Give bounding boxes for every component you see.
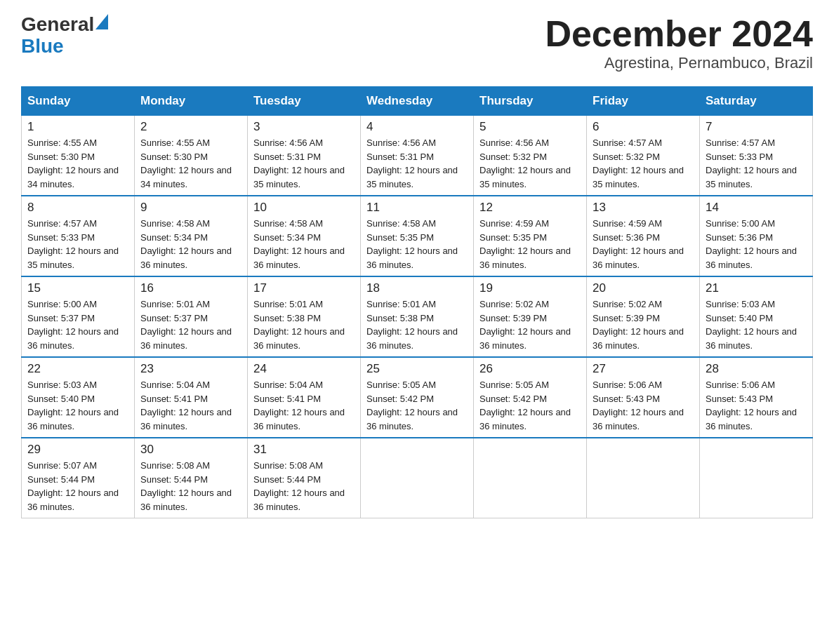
- day-number: 13: [593, 201, 694, 215]
- day-number: 4: [366, 120, 468, 134]
- page-header: General Blue December 2024 Agrestina, Pe…: [21, 14, 813, 72]
- weekday-header-saturday: Saturday: [700, 87, 813, 116]
- day-number: 10: [253, 201, 355, 215]
- weekday-header-sunday: Sunday: [22, 87, 135, 116]
- calendar-day-cell: 10 Sunrise: 4:58 AM Sunset: 5:34 PM Dayl…: [248, 196, 361, 276]
- day-number: 1: [27, 120, 128, 134]
- calendar-day-cell: 9 Sunrise: 4:58 AM Sunset: 5:34 PM Dayli…: [135, 196, 248, 276]
- month-title: December 2024: [545, 14, 813, 54]
- day-number: 21: [706, 281, 807, 295]
- calendar-day-cell: 26 Sunrise: 5:05 AM Sunset: 5:42 PM Dayl…: [474, 357, 587, 438]
- day-number: 20: [593, 281, 694, 295]
- day-number: 6: [593, 120, 694, 134]
- calendar-day-cell: 15 Sunrise: 5:00 AM Sunset: 5:37 PM Dayl…: [22, 276, 135, 357]
- day-info: Sunrise: 4:56 AM Sunset: 5:31 PM Dayligh…: [366, 136, 468, 191]
- calendar-day-cell: 30 Sunrise: 5:08 AM Sunset: 5:44 PM Dayl…: [135, 438, 248, 518]
- calendar-day-cell: 1 Sunrise: 4:55 AM Sunset: 5:30 PM Dayli…: [22, 116, 135, 196]
- day-info: Sunrise: 5:06 AM Sunset: 5:43 PM Dayligh…: [706, 378, 807, 433]
- day-info: Sunrise: 4:58 AM Sunset: 5:35 PM Dayligh…: [366, 217, 468, 271]
- calendar-week-row: 29 Sunrise: 5:07 AM Sunset: 5:44 PM Dayl…: [22, 438, 813, 518]
- calendar-day-cell: 21 Sunrise: 5:03 AM Sunset: 5:40 PM Dayl…: [700, 276, 813, 357]
- calendar-day-cell: 20 Sunrise: 5:02 AM Sunset: 5:39 PM Dayl…: [587, 276, 700, 357]
- calendar-day-cell: 28 Sunrise: 5:06 AM Sunset: 5:43 PM Dayl…: [700, 357, 813, 438]
- day-info: Sunrise: 5:01 AM Sunset: 5:37 PM Dayligh…: [140, 297, 241, 352]
- calendar-day-cell: 8 Sunrise: 4:57 AM Sunset: 5:33 PM Dayli…: [22, 196, 135, 276]
- day-info: Sunrise: 5:00 AM Sunset: 5:36 PM Dayligh…: [706, 217, 807, 271]
- day-info: Sunrise: 4:55 AM Sunset: 5:30 PM Dayligh…: [140, 136, 241, 191]
- calendar-week-row: 1 Sunrise: 4:55 AM Sunset: 5:30 PM Dayli…: [22, 116, 813, 196]
- logo-general-text: General: [21, 14, 94, 36]
- calendar-day-cell: [587, 438, 700, 518]
- day-number: 22: [27, 362, 128, 376]
- calendar-day-cell: 31 Sunrise: 5:08 AM Sunset: 5:44 PM Dayl…: [248, 438, 361, 518]
- day-number: 17: [253, 281, 355, 295]
- day-info: Sunrise: 5:01 AM Sunset: 5:38 PM Dayligh…: [253, 297, 355, 352]
- day-info: Sunrise: 5:08 AM Sunset: 5:44 PM Dayligh…: [253, 459, 355, 514]
- day-number: 25: [366, 362, 468, 376]
- day-info: Sunrise: 5:05 AM Sunset: 5:42 PM Dayligh…: [366, 378, 468, 433]
- day-info: Sunrise: 4:55 AM Sunset: 5:30 PM Dayligh…: [27, 136, 128, 191]
- calendar-table: SundayMondayTuesdayWednesdayThursdayFrid…: [21, 86, 813, 518]
- day-info: Sunrise: 5:03 AM Sunset: 5:40 PM Dayligh…: [27, 378, 128, 433]
- calendar-day-cell: 27 Sunrise: 5:06 AM Sunset: 5:43 PM Dayl…: [587, 357, 700, 438]
- logo-triangle-icon: [95, 14, 108, 29]
- day-number: 19: [479, 281, 581, 295]
- calendar-day-cell: 25 Sunrise: 5:05 AM Sunset: 5:42 PM Dayl…: [361, 357, 474, 438]
- day-info: Sunrise: 4:57 AM Sunset: 5:32 PM Dayligh…: [593, 136, 694, 191]
- weekday-header-monday: Monday: [135, 87, 248, 116]
- day-info: Sunrise: 4:58 AM Sunset: 5:34 PM Dayligh…: [253, 217, 355, 271]
- day-number: 5: [479, 120, 581, 134]
- weekday-header-tuesday: Tuesday: [248, 87, 361, 116]
- calendar-day-cell: 3 Sunrise: 4:56 AM Sunset: 5:31 PM Dayli…: [248, 116, 361, 196]
- calendar-day-cell: [474, 438, 587, 518]
- day-info: Sunrise: 4:56 AM Sunset: 5:32 PM Dayligh…: [479, 136, 581, 191]
- weekday-header-thursday: Thursday: [474, 87, 587, 116]
- day-info: Sunrise: 5:07 AM Sunset: 5:44 PM Dayligh…: [27, 459, 128, 514]
- calendar-day-cell: [361, 438, 474, 518]
- calendar-day-cell: 16 Sunrise: 5:01 AM Sunset: 5:37 PM Dayl…: [135, 276, 248, 357]
- day-info: Sunrise: 5:05 AM Sunset: 5:42 PM Dayligh…: [479, 378, 581, 433]
- day-info: Sunrise: 5:01 AM Sunset: 5:38 PM Dayligh…: [366, 297, 468, 352]
- calendar-day-cell: 4 Sunrise: 4:56 AM Sunset: 5:31 PM Dayli…: [361, 116, 474, 196]
- day-info: Sunrise: 5:08 AM Sunset: 5:44 PM Dayligh…: [140, 459, 241, 514]
- calendar-day-cell: 6 Sunrise: 4:57 AM Sunset: 5:32 PM Dayli…: [587, 116, 700, 196]
- day-number: 23: [140, 362, 241, 376]
- day-number: 31: [253, 443, 355, 457]
- calendar-day-cell: 19 Sunrise: 5:02 AM Sunset: 5:39 PM Dayl…: [474, 276, 587, 357]
- day-info: Sunrise: 5:02 AM Sunset: 5:39 PM Dayligh…: [593, 297, 694, 352]
- day-number: 14: [706, 201, 807, 215]
- calendar-day-cell: 5 Sunrise: 4:56 AM Sunset: 5:32 PM Dayli…: [474, 116, 587, 196]
- calendar-day-cell: 2 Sunrise: 4:55 AM Sunset: 5:30 PM Dayli…: [135, 116, 248, 196]
- day-number: 18: [366, 281, 468, 295]
- location-title: Agrestina, Pernambuco, Brazil: [545, 54, 813, 72]
- day-info: Sunrise: 5:00 AM Sunset: 5:37 PM Dayligh…: [27, 297, 128, 352]
- day-number: 8: [27, 201, 128, 215]
- day-number: 26: [479, 362, 581, 376]
- calendar-day-cell: 23 Sunrise: 5:04 AM Sunset: 5:41 PM Dayl…: [135, 357, 248, 438]
- day-number: 3: [253, 120, 355, 134]
- day-info: Sunrise: 4:59 AM Sunset: 5:35 PM Dayligh…: [479, 217, 581, 271]
- day-number: 2: [140, 120, 241, 134]
- calendar-day-cell: 12 Sunrise: 4:59 AM Sunset: 5:35 PM Dayl…: [474, 196, 587, 276]
- day-info: Sunrise: 4:58 AM Sunset: 5:34 PM Dayligh…: [140, 217, 241, 271]
- calendar-day-cell: 17 Sunrise: 5:01 AM Sunset: 5:38 PM Dayl…: [248, 276, 361, 357]
- day-number: 16: [140, 281, 241, 295]
- calendar-day-cell: 29 Sunrise: 5:07 AM Sunset: 5:44 PM Dayl…: [22, 438, 135, 518]
- calendar-day-cell: 13 Sunrise: 4:59 AM Sunset: 5:36 PM Dayl…: [587, 196, 700, 276]
- calendar-week-row: 15 Sunrise: 5:00 AM Sunset: 5:37 PM Dayl…: [22, 276, 813, 357]
- logo: General Blue: [21, 14, 108, 58]
- weekday-header-row: SundayMondayTuesdayWednesdayThursdayFrid…: [22, 87, 813, 116]
- title-block: December 2024 Agrestina, Pernambuco, Bra…: [545, 14, 813, 72]
- calendar-day-cell: 22 Sunrise: 5:03 AM Sunset: 5:40 PM Dayl…: [22, 357, 135, 438]
- day-number: 12: [479, 201, 581, 215]
- weekday-header-wednesday: Wednesday: [361, 87, 474, 116]
- day-number: 9: [140, 201, 241, 215]
- weekday-header-friday: Friday: [587, 87, 700, 116]
- day-number: 11: [366, 201, 468, 215]
- day-number: 29: [27, 443, 128, 457]
- calendar-day-cell: [700, 438, 813, 518]
- day-info: Sunrise: 4:56 AM Sunset: 5:31 PM Dayligh…: [253, 136, 355, 191]
- day-info: Sunrise: 4:57 AM Sunset: 5:33 PM Dayligh…: [27, 217, 128, 271]
- day-info: Sunrise: 5:03 AM Sunset: 5:40 PM Dayligh…: [706, 297, 807, 352]
- calendar-week-row: 22 Sunrise: 5:03 AM Sunset: 5:40 PM Dayl…: [22, 357, 813, 438]
